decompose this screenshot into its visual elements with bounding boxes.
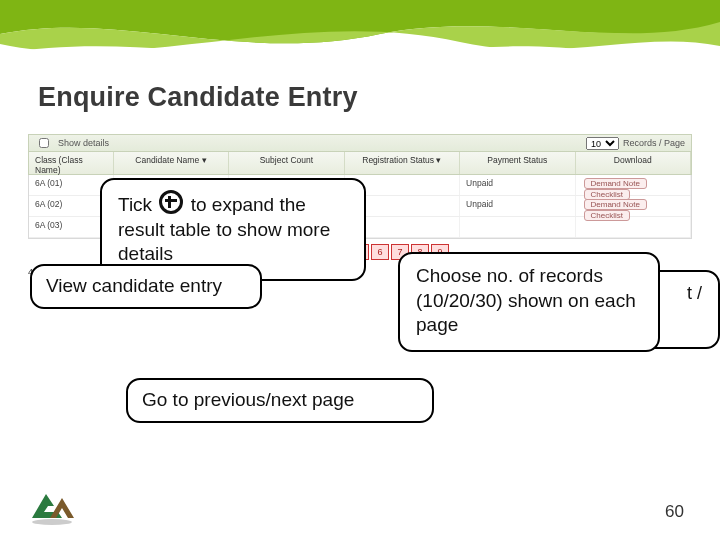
callout-view-entry: View candidate entry — [30, 264, 262, 309]
slide-title: Enquire Candidate Entry — [38, 82, 358, 113]
header-decoration — [0, 0, 720, 80]
ea-logo — [28, 488, 76, 526]
table-header: Class (Class Name) Candidate Name ▾ Subj… — [28, 152, 692, 175]
pager-page[interactable]: 6 — [371, 244, 389, 260]
demand-note-link[interactable]: Demand Note — [584, 178, 647, 189]
plus-circle-icon — [159, 190, 183, 214]
show-details-checkbox[interactable] — [39, 138, 49, 148]
records-per-page-select[interactable]: 10 — [586, 137, 619, 150]
page-number: 60 — [665, 502, 684, 522]
records-per-page-label: Records / Page — [623, 138, 685, 148]
callout-pager: Go to previous/next page — [126, 378, 434, 423]
demand-note-link[interactable]: Demand Note — [584, 199, 647, 210]
show-details-label: Show details — [58, 138, 109, 148]
svg-point-0 — [32, 519, 72, 525]
callout-choose-records: Choose no. of records (10/20/30) shown o… — [398, 252, 660, 352]
